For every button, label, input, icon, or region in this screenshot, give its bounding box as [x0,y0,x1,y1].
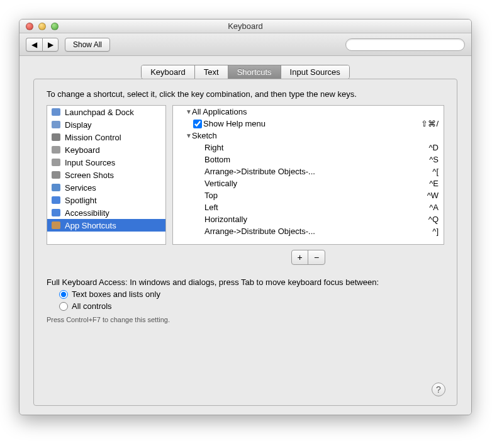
app-icon [51,220,61,230]
category-display[interactable]: Display [47,118,165,131]
enable-checkbox[interactable] [193,120,202,128]
shortcut-key[interactable]: ^] [432,227,439,236]
shortcut-row[interactable]: Horizontally^Q [173,213,444,225]
shortcut-key[interactable]: ^Q [428,215,439,224]
spotlight-icon [51,195,61,205]
shortcut-row[interactable]: Show Help menu⇧⌘/ [173,118,444,130]
shortcut-label: Bottom [204,155,429,164]
shortcut-label: Right [204,143,429,152]
search-wrap [345,38,465,51]
shortcut-label: Show Help menu [203,119,421,128]
svg-rect-4 [52,133,60,141]
show-all-button[interactable]: Show All [65,38,110,52]
category-keyboard[interactable]: Keyboard [47,143,165,156]
shortcut-label: Arrange->Distribute Objects-... [204,167,432,176]
services-icon [51,182,61,193]
tab-shortcuts[interactable]: Shortcuts [228,65,281,79]
access-option-0[interactable]: Text boxes and lists only [59,289,444,299]
svg-rect-10 [52,209,60,216]
access-option-1[interactable]: All controls [59,301,444,311]
disclosure-triangle-icon[interactable]: ▼ [186,132,192,139]
shortcut-key[interactable]: ^[ [432,167,439,176]
category-label: Launchpad & Dock [65,108,134,117]
shortcut-key[interactable]: ^D [429,143,439,152]
tab-keyboard[interactable]: Keyboard [142,65,195,79]
titlebar: Keyboard [20,20,471,33]
mission-icon [51,132,61,142]
category-spotlight[interactable]: Spotlight [47,194,165,206]
svg-rect-8 [52,184,60,191]
forward-button[interactable]: ▶ [42,38,59,52]
back-icon: ◀ [31,40,37,49]
tabs-row: KeyboardTextShortcutsInput Sources [33,65,457,79]
shortcut-key[interactable]: ^W [427,191,439,200]
category-label: Screen Shots [65,171,114,180]
category-screen-shots[interactable]: Screen Shots [47,169,165,181]
category-label: App Shortcuts [65,221,116,230]
keyboard-icon [51,145,61,155]
back-button[interactable]: ◀ [26,38,42,52]
shortcut-label: Arrange->Distribute Objects-... [204,227,432,236]
toolbar: ◀ ▶ Show All [20,33,471,56]
shortcut-key[interactable]: ^A [429,203,439,212]
access-radio[interactable] [59,290,68,299]
shortcuts-panel: To change a shortcut, select it, click t… [33,79,457,406]
category-list[interactable]: Launchpad & DockDisplayMission ControlKe… [47,105,166,245]
svg-rect-3 [52,121,60,128]
group-all-applications[interactable]: ▼All Applications [173,106,444,118]
shortcut-label: Vertically [204,179,429,188]
access-option-label: All controls [72,301,112,311]
window-title: Keyboard [20,21,471,31]
category-app-shortcuts[interactable]: App Shortcuts [47,219,165,232]
category-label: Spotlight [65,196,97,205]
help-button[interactable]: ? [432,383,445,396]
shortcut-key[interactable]: ^E [429,179,439,188]
category-input-sources[interactable]: Input Sources [47,156,165,169]
search-input[interactable] [345,38,465,51]
content-body: KeyboardTextShortcutsInput Sources To ch… [20,56,471,415]
access-hint: Press Control+F7 to change this setting. [47,316,444,323]
add-shortcut-button[interactable]: + [292,250,308,264]
shortcut-row[interactable]: Top^W [173,189,444,201]
group-label: All Applications [192,107,439,116]
svg-rect-6 [52,159,60,166]
category-label: Mission Control [65,133,121,142]
shortcut-row[interactable]: Arrange->Distribute Objects-...^[ [173,165,444,177]
category-services[interactable]: Services [47,181,165,194]
category-launchpad-dock[interactable]: Launchpad & Dock [47,106,165,118]
disclosure-triangle-icon[interactable]: ▼ [186,108,192,115]
svg-rect-5 [52,146,60,154]
shortcut-label: Horizontally [204,215,428,224]
shortcut-row[interactable]: Bottom^S [173,154,444,165]
shortcut-label: Left [204,203,429,212]
shortcut-row[interactable]: Arrange->Distribute Objects-...^] [173,225,444,237]
shortcut-key[interactable]: ⇧⌘/ [421,119,439,128]
access-radio[interactable] [59,302,68,311]
group-sketch[interactable]: ▼Sketch [173,130,444,142]
screenshot-icon [51,170,61,180]
category-label: Keyboard [65,145,100,155]
svg-rect-9 [52,196,60,204]
add-remove-group: + − [291,250,325,265]
shortcut-row[interactable]: Right^D [173,142,444,154]
shortcut-row[interactable]: Vertically^E [173,177,444,189]
svg-rect-7 [52,171,60,179]
instructions-text: To change a shortcut, select it, click t… [47,89,444,99]
shortcut-list[interactable]: ▼All ApplicationsShow Help menu⇧⌘/▼Sketc… [172,105,444,245]
accessibility-icon [51,208,61,218]
group-label: Sketch [192,131,439,140]
launchpad-icon [51,107,61,117]
svg-rect-11 [52,221,60,229]
tab-text[interactable]: Text [195,65,228,79]
remove-shortcut-button[interactable]: − [308,250,325,264]
forward-icon: ▶ [48,40,53,49]
keyboard-access-section: Full Keyboard Access: In windows and dia… [47,277,444,323]
tab-input-sources[interactable]: Input Sources [281,65,349,79]
category-label: Input Sources [65,158,115,167]
shortcut-row[interactable]: Left^A [173,201,444,213]
category-accessibility[interactable]: Accessibility [47,206,165,219]
add-remove-row: + − [47,250,444,265]
shortcut-key[interactable]: ^S [429,155,439,164]
nav-group: ◀ ▶ [26,38,59,52]
category-mission-control[interactable]: Mission Control [47,131,165,143]
